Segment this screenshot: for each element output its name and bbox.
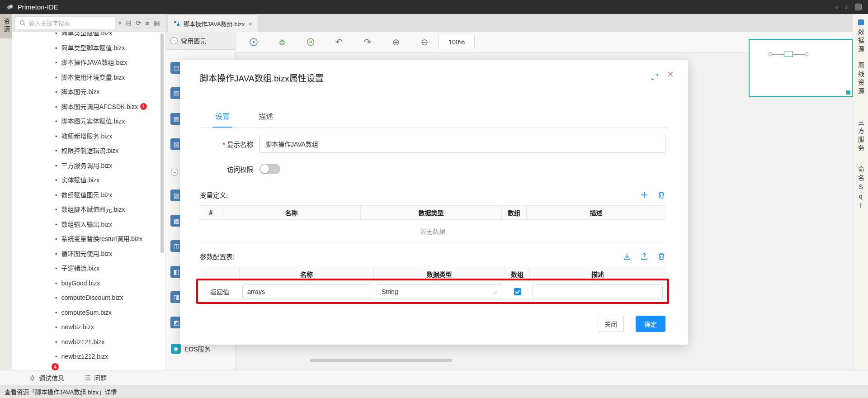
right-panel-tab-3[interactable]: 三方服务: [853, 119, 868, 153]
tree-item[interactable]: •computeDiscount.bizx: [12, 290, 165, 305]
tab-settings[interactable]: 设置: [212, 108, 232, 128]
access-permission-toggle[interactable]: [259, 164, 280, 174]
tree-item[interactable]: •数组输入输出.bizx: [12, 217, 165, 232]
collapse-icon[interactable]: −: [170, 37, 178, 44]
tree-item-label: 子逻辑流.bizx: [61, 265, 100, 272]
resource-search[interactable]: [15, 16, 115, 30]
diagram-view-icon[interactable]: ▦: [153, 19, 160, 27]
debug-count-badge: 4: [52, 363, 59, 370]
palette-group-common[interactable]: − 常用图元: [166, 32, 235, 50]
param-name-input[interactable]: [242, 284, 371, 299]
mini-end-node: [805, 52, 808, 56]
problems-list-icon: [84, 375, 91, 381]
tab-active-document[interactable]: 脚本操作JAVA数组.bizx ×: [168, 14, 258, 32]
tree-item[interactable]: •脚本操作JAVA数组.bizx: [12, 55, 165, 70]
tree-item-label: newbiz1212.bizx: [61, 353, 108, 360]
access-permission-label: 访问权限: [200, 164, 253, 174]
param-array-checkbox[interactable]: [514, 288, 521, 295]
bullet-icon: •: [55, 32, 57, 37]
tree-item-label: 脚本图元实体赋值.bizx: [61, 118, 125, 125]
tree-item-label: 数组脚本赋值图元.bizx: [61, 206, 125, 213]
tree-item[interactable]: •buyGood.bizx: [12, 276, 165, 291]
resource-tree: •简单类型赋值.bizx•简单类型脚本赋值.bizx•脚本操作JAVA数组.bi…: [12, 32, 165, 370]
tree-item[interactable]: •简单类型脚本赋值.bizx: [12, 41, 165, 56]
locate-icon[interactable]: ⌖: [118, 19, 122, 27]
canvas-horizontal-scrollbar[interactable]: [310, 359, 452, 362]
tree-item[interactable]: •循环图元使用.bizx: [12, 246, 165, 261]
debug-bug-icon[interactable]: [278, 38, 287, 47]
tree-item-label: 数组输入输出.bizx: [61, 221, 113, 228]
column-header: 描述: [530, 267, 665, 281]
list-view-icon[interactable]: ≡: [146, 19, 150, 27]
add-variable-icon[interactable]: [640, 191, 648, 199]
undo-icon[interactable]: ↶: [335, 38, 344, 47]
debug-gear-icon: [29, 374, 36, 381]
nav-back-icon[interactable]: ‹: [835, 3, 838, 11]
tree-item[interactable]: •computeSum.bizx: [12, 305, 165, 320]
refresh-icon[interactable]: ⟳: [136, 19, 142, 27]
step-icon[interactable]: [306, 38, 315, 47]
run-icon[interactable]: [249, 38, 258, 47]
delete-variable-icon[interactable]: [657, 191, 665, 199]
bullet-icon: •: [55, 59, 57, 66]
problems-tab[interactable]: 问题: [84, 373, 107, 382]
tree-item[interactable]: •数组赋值图元.bizx: [12, 188, 165, 203]
debug-info-tab[interactable]: 调试信息: [29, 373, 64, 382]
params-table: 名称数据类型数组描述 返回值 String: [200, 267, 665, 302]
tree-item[interactable]: •实体赋值.bizx: [12, 173, 165, 188]
dialog-close-icon[interactable]: ×: [667, 69, 674, 80]
required-mark: *: [222, 141, 225, 148]
palette-group-eos[interactable]: ◉ EOS服务: [171, 344, 211, 354]
tree-item[interactable]: •脚本图元实体赋值.bizx: [12, 114, 165, 129]
fullscreen-icon[interactable]: [651, 73, 658, 82]
tree-item[interactable]: •newbiz.bizx: [12, 320, 165, 335]
right-panel-tab-2[interactable]: 离线资源: [853, 62, 868, 96]
tab-description[interactable]: 描述: [256, 108, 276, 128]
problems-label: 问题: [94, 373, 107, 382]
zoom-level[interactable]: 100%: [439, 35, 475, 49]
tree-item[interactable]: •newbiz121.bizx: [12, 335, 165, 350]
tree-item[interactable]: •脚本图元调用AFCSDK.bizx1: [12, 100, 165, 114]
params-section-label: 参数配置表:: [200, 251, 235, 261]
import-params-icon[interactable]: [623, 252, 631, 261]
window-layout-icon[interactable]: [855, 4, 862, 10]
collapse-all-icon[interactable]: ⊟: [126, 19, 132, 27]
app-title: Primeton-IDE: [18, 4, 58, 11]
zoom-in-icon[interactable]: ⊕: [392, 38, 401, 47]
redo-icon[interactable]: ↷: [363, 38, 372, 47]
bullet-icon: •: [55, 192, 57, 199]
minimap-panel[interactable]: [749, 39, 853, 97]
nav-forward-icon[interactable]: ›: [845, 3, 848, 11]
tree-item[interactable]: •简单类型赋值.bizx: [12, 32, 165, 41]
search-input[interactable]: [29, 20, 110, 27]
collapse-icon[interactable]: −: [171, 169, 178, 176]
tree-item-label: 系统变量替换resturl调用.bizx: [61, 235, 143, 242]
tree-item[interactable]: •newbiz1212.bizx: [12, 349, 165, 364]
resources-rail-tab[interactable]: 资源: [0, 14, 12, 38]
tree-item[interactable]: •教师新增服务.bizx: [12, 129, 165, 144]
right-panel-tab-1[interactable]: 数据源: [853, 19, 868, 54]
minimap-resize-handle[interactable]: [846, 90, 850, 95]
tree-item[interactable]: •子逻辑流.bizx: [12, 261, 165, 276]
app-window: Primeton-IDE ‹ › ⌖ ⊟ ⟳ ≡ ▦: [0, 0, 868, 398]
zoom-out-icon[interactable]: ⊖: [420, 38, 429, 47]
tree-item[interactable]: •数组脚本赋值图元.bizx: [12, 202, 165, 217]
display-name-input[interactable]: [259, 135, 665, 153]
tree-item[interactable]: •系统变量替换resturl调用.bizx: [12, 232, 165, 246]
right-panel-tab-label: 离线资源: [858, 62, 864, 96]
search-icon: [19, 20, 26, 26]
tab-close-icon[interactable]: ×: [248, 20, 252, 27]
right-panel-tab-4[interactable]: 命名Sql: [853, 166, 868, 212]
tree-item[interactable]: •脚本使用环境变量.bizx: [12, 70, 165, 85]
tree-item[interactable]: •权限控制逻辑流.bizx: [12, 143, 165, 158]
param-desc-input[interactable]: [533, 284, 663, 299]
bullet-icon: •: [55, 309, 57, 316]
export-params-icon[interactable]: [640, 252, 648, 261]
tree-item[interactable]: •脚本图元.bizx: [12, 85, 165, 100]
param-type-select[interactable]: String: [377, 284, 502, 299]
delete-param-icon[interactable]: [657, 252, 665, 261]
close-button[interactable]: 关闭: [598, 316, 624, 332]
confirm-button[interactable]: 确定: [636, 316, 665, 332]
tree-item[interactable]: •三方服务调用.bizx: [12, 158, 165, 173]
tree-scrollbar[interactable]: [160, 33, 164, 253]
